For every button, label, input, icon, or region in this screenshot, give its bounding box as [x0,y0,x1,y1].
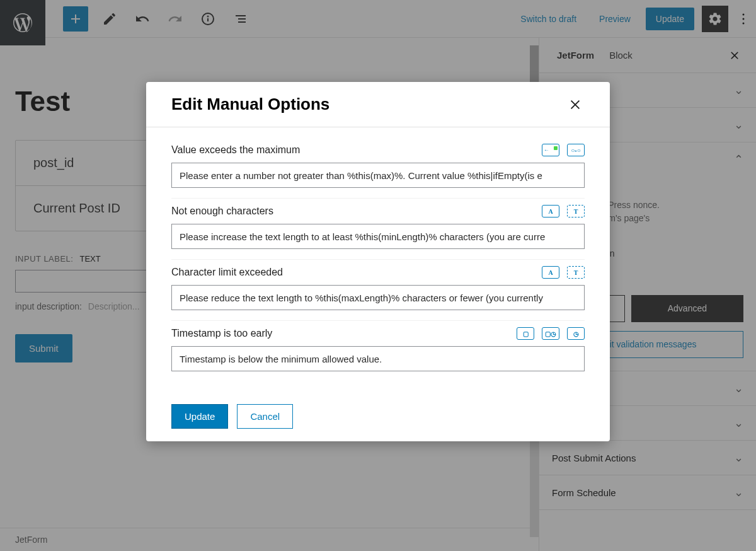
modal-update-button[interactable]: Update [171,404,228,429]
option-label: Timestamp is too early [171,328,272,339]
text-field-icon: A [542,266,559,279]
option-message-input[interactable] [171,224,585,249]
modal-close-button[interactable] [566,95,585,114]
option-label: Not enough characters [171,206,273,217]
edit-manual-options-modal: Edit Manual Options Value exceeds the ma… [146,82,610,441]
option-character-limit-exceeded: Character limit exceeded A T [171,260,585,321]
field-type-icons: ○-○ [542,144,585,156]
close-icon [568,98,582,112]
textarea-field-icon: T [567,205,585,218]
option-label: Character limit exceeded [171,267,283,278]
option-message-input[interactable] [171,346,585,371]
option-message-input[interactable] [171,163,585,188]
modal-body: Value exceeds the maximum ○-○ Not enough… [146,127,610,392]
option-value-exceeds-maximum: Value exceeds the maximum ○-○ [171,137,585,199]
option-timestamp-too-early: Timestamp is too early ▢ ▢◷ ◷ [171,321,585,381]
modal-header: Edit Manual Options [146,82,610,127]
option-not-enough-characters: Not enough characters A T [171,199,585,260]
modal-footer: Update Cancel [146,392,610,441]
number-field-icon [542,144,559,156]
textarea-field-icon: T [567,266,585,279]
field-type-icons: A T [542,205,585,218]
modal-cancel-button[interactable]: Cancel [237,404,293,429]
field-type-icons: A T [542,266,585,279]
modal-title: Edit Manual Options [171,95,329,114]
time-field-icon: ◷ [567,327,585,340]
option-message-input[interactable] [171,285,585,310]
datetime-field-icon: ▢◷ [542,327,559,340]
date-field-icon: ▢ [517,327,534,340]
range-field-icon: ○-○ [567,144,585,156]
field-type-icons: ▢ ▢◷ ◷ [517,327,585,340]
option-label: Value exceeds the maximum [171,144,300,156]
text-field-icon: A [542,205,559,218]
modal-overlay: Edit Manual Options Value exceeds the ma… [0,0,756,551]
